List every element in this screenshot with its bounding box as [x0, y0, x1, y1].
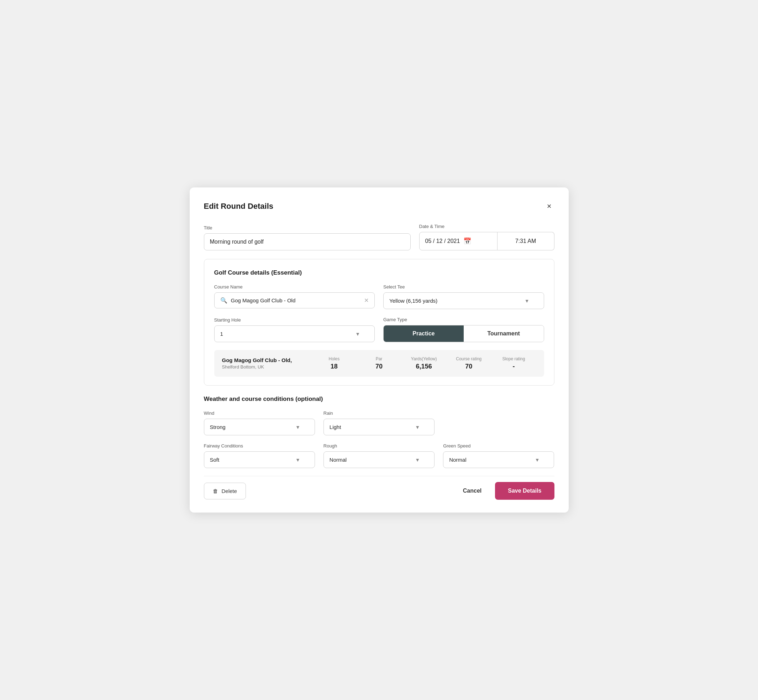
fairway-value: Soft — [210, 457, 219, 463]
holes-label: Holes — [329, 356, 340, 361]
chevron-down-icon: ▼ — [535, 457, 540, 463]
close-button[interactable]: × — [544, 200, 554, 212]
chevron-down-icon: ▼ — [525, 298, 529, 304]
course-stat-par: Par 70 — [357, 356, 401, 370]
course-name-label: Course Name — [214, 284, 375, 289]
green-speed-dropdown[interactable]: Normal ▼ — [443, 452, 554, 468]
save-button[interactable]: Save Details — [495, 482, 554, 500]
date-value: 05 / 12 / 2021 — [425, 238, 460, 244]
course-tee-row: Course Name 🔍 Gog Magog Golf Club - Old … — [214, 284, 544, 309]
course-info-location: Shelford Bottom, UK — [222, 364, 312, 370]
yards-value: 6,156 — [416, 363, 432, 370]
footer-right: Cancel Save Details — [457, 482, 554, 500]
modal-title: Edit Round Details — [204, 202, 274, 211]
starting-hole-value: 1 — [220, 331, 223, 337]
chevron-down-icon: ▼ — [415, 424, 420, 430]
date-label: Date & Time — [419, 224, 554, 229]
clear-icon[interactable]: ✕ — [364, 297, 369, 304]
title-input[interactable] — [204, 233, 411, 250]
course-stat-yards: Yards(Yellow) 6,156 — [401, 356, 446, 370]
slope-rating-value: - — [512, 363, 515, 370]
slope-rating-label: Slope rating — [502, 356, 525, 361]
wind-value: Strong — [210, 424, 226, 430]
chevron-down-icon: ▼ — [415, 457, 420, 463]
rain-value: Light — [329, 424, 341, 430]
starting-game-row: Starting Hole 1 ▼ Game Type Practice Tou… — [214, 317, 544, 342]
time-field[interactable]: 7:31 AM — [498, 232, 554, 250]
select-tee-label: Select Tee — [383, 284, 544, 289]
modal-header: Edit Round Details × — [204, 200, 554, 212]
rain-label: Rain — [324, 411, 434, 416]
delete-button[interactable]: 🗑 Delete — [204, 483, 246, 499]
modal-footer: 🗑 Delete Cancel Save Details — [204, 476, 554, 500]
fairway-group: Fairway Conditions Soft ▼ — [204, 443, 315, 468]
wind-group: Wind Strong ▼ — [204, 411, 315, 435]
edit-round-modal: Edit Round Details × Title Date & Time 0… — [190, 188, 568, 512]
green-speed-label: Green Speed — [443, 443, 554, 448]
green-speed-value: Normal — [449, 457, 466, 463]
rough-label: Rough — [324, 443, 434, 448]
fairway-label: Fairway Conditions — [204, 443, 315, 448]
rough-value: Normal — [329, 457, 347, 463]
par-label: Par — [376, 356, 382, 361]
weather-section: Weather and course conditions (optional)… — [204, 395, 554, 468]
calendar-icon: 📅 — [464, 237, 471, 245]
course-rating-value: 70 — [465, 363, 472, 370]
course-stat-holes: Holes 18 — [312, 356, 357, 370]
game-type-toggle: Practice Tournament — [383, 325, 544, 342]
title-group: Title — [204, 225, 411, 250]
search-icon: 🔍 — [220, 297, 227, 304]
rough-group: Rough Normal ▼ — [324, 443, 434, 468]
conditions-row: Fairway Conditions Soft ▼ Rough Normal ▼… — [204, 443, 554, 468]
wind-label: Wind — [204, 411, 315, 416]
course-name-group: Course Name 🔍 Gog Magog Golf Club - Old … — [214, 284, 375, 309]
chevron-down-icon: ▼ — [355, 331, 360, 337]
course-name-input[interactable]: 🔍 Gog Magog Golf Club - Old ✕ — [214, 292, 375, 308]
course-info-name: Gog Magog Golf Club - Old, — [222, 357, 312, 363]
delete-label: Delete — [222, 488, 237, 494]
trash-icon: 🗑 — [213, 488, 218, 494]
chevron-down-icon: ▼ — [295, 424, 300, 430]
practice-button[interactable]: Practice — [384, 325, 464, 342]
green-speed-group: Green Speed Normal ▼ — [443, 443, 554, 468]
game-type-label: Game Type — [383, 317, 544, 322]
date-time-row: 05 / 12 / 2021 📅 7:31 AM — [419, 232, 554, 250]
select-tee-dropdown[interactable]: Yellow (6,156 yards) ▼ — [383, 292, 544, 309]
golf-course-title: Golf Course details (Essential) — [214, 269, 544, 277]
title-label: Title — [204, 225, 411, 230]
game-type-group: Game Type Practice Tournament — [383, 317, 544, 342]
cancel-button[interactable]: Cancel — [457, 484, 488, 498]
select-tee-value: Yellow (6,156 yards) — [389, 298, 437, 304]
golf-course-section: Golf Course details (Essential) Course N… — [204, 259, 554, 386]
date-field[interactable]: 05 / 12 / 2021 📅 — [419, 232, 498, 250]
rain-dropdown[interactable]: Light ▼ — [324, 419, 434, 435]
course-info-name-group: Gog Magog Golf Club - Old, Shelford Bott… — [222, 357, 312, 370]
starting-hole-dropdown[interactable]: 1 ▼ — [214, 325, 375, 342]
title-datetime-row: Title Date & Time 05 / 12 / 2021 📅 7:31 … — [204, 224, 554, 250]
time-value: 7:31 AM — [515, 238, 536, 244]
tournament-button[interactable]: Tournament — [464, 325, 544, 342]
date-time-group: Date & Time 05 / 12 / 2021 📅 7:31 AM — [419, 224, 554, 250]
yards-label: Yards(Yellow) — [411, 356, 437, 361]
course-rating-label: Course rating — [456, 356, 481, 361]
course-name-value: Gog Magog Golf Club - Old — [231, 297, 361, 303]
fairway-dropdown[interactable]: Soft ▼ — [204, 452, 315, 468]
course-stat-slope-rating: Slope rating - — [491, 356, 536, 370]
rough-dropdown[interactable]: Normal ▼ — [324, 452, 434, 468]
wind-rain-row: Wind Strong ▼ Rain Light ▼ — [204, 411, 554, 435]
course-stat-course-rating: Course rating 70 — [446, 356, 491, 370]
par-value: 70 — [376, 363, 382, 370]
holes-value: 18 — [330, 363, 338, 370]
wind-dropdown[interactable]: Strong ▼ — [204, 419, 315, 435]
weather-title: Weather and course conditions (optional) — [204, 395, 554, 403]
chevron-down-icon: ▼ — [295, 457, 300, 463]
starting-hole-label: Starting Hole — [214, 317, 375, 323]
select-tee-group: Select Tee Yellow (6,156 yards) ▼ — [383, 284, 544, 309]
course-info-bar: Gog Magog Golf Club - Old, Shelford Bott… — [214, 350, 544, 377]
rain-group: Rain Light ▼ — [324, 411, 434, 435]
starting-hole-group: Starting Hole 1 ▼ — [214, 317, 375, 342]
